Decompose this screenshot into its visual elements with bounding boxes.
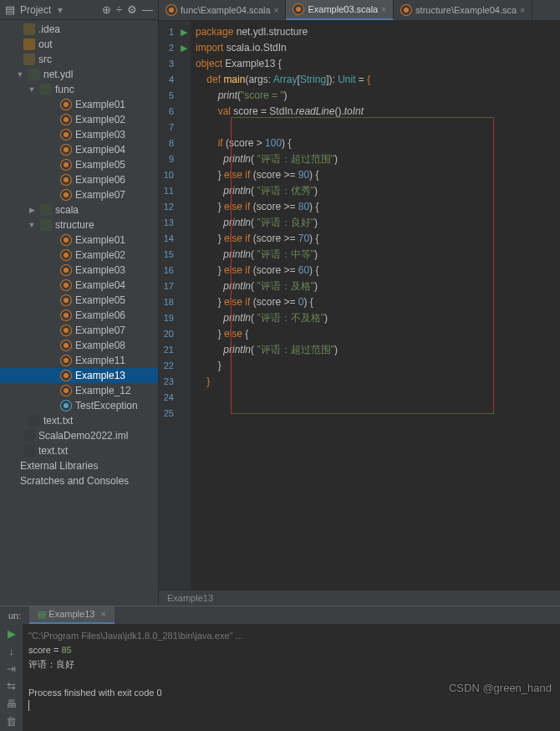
- scala-icon: [165, 4, 177, 16]
- tree-item-text.txt[interactable]: text.txt: [0, 413, 158, 428]
- tree-item-External Libraries[interactable]: External Libraries: [0, 458, 158, 473]
- code-line[interactable]: if (score > 100) {: [196, 135, 555, 151]
- tree-item-.idea[interactable]: .idea: [0, 22, 158, 37]
- package-icon: [28, 69, 40, 80]
- tree-item-structure[interactable]: ▼structure: [0, 217, 158, 233]
- code-line[interactable]: println( "评语：及格"): [196, 279, 555, 294]
- tree-item-Example08[interactable]: Example08: [0, 338, 158, 353]
- run-panel: un: ▤ Example13 × ▶ ↓ ⇥ ⇆ 🖶 🗑 "C:\Progra…: [0, 606, 560, 731]
- scala-icon: [60, 279, 72, 291]
- code-line[interactable]: } else if (score >= 60) {: [196, 263, 555, 279]
- code-line[interactable]: def main(args: Array[String]): Unit = {: [196, 72, 555, 88]
- scala-icon: [60, 114, 72, 125]
- run-tool-label[interactable]: un:: [0, 608, 29, 623]
- rerun-icon[interactable]: ▶: [8, 627, 16, 640]
- tree-item-Example04[interactable]: Example04: [0, 278, 158, 293]
- code-line[interactable]: import scala.io.StdIn: [196, 40, 555, 56]
- tree-item-Example05[interactable]: Example05: [0, 293, 158, 308]
- code-line[interactable]: package net.ydl.structure: [196, 24, 555, 40]
- file-icon: [23, 445, 35, 457]
- code-line[interactable]: println( "评语：超过范围"): [196, 151, 555, 167]
- tree-item-Example05[interactable]: Example05: [0, 157, 158, 172]
- tree-item-ScalaDemo2022.iml[interactable]: ScalaDemo2022.iml: [0, 428, 158, 443]
- tree-item-Example07[interactable]: Example07: [0, 323, 158, 338]
- code-line[interactable]: } else if (score >= 0) {: [196, 294, 555, 310]
- step-icon[interactable]: ⇥: [7, 662, 16, 675]
- scala-icon: [60, 340, 72, 351]
- tree-item-net.ydl[interactable]: ▼net.ydl: [0, 67, 158, 82]
- tree-item-Example04[interactable]: Example04: [0, 142, 158, 157]
- stop-icon[interactable]: ↓: [8, 645, 14, 657]
- tree-item-Example13[interactable]: Example13: [0, 368, 158, 383]
- code-line[interactable]: }: [196, 374, 555, 390]
- tree-item-Example02[interactable]: Example02: [0, 112, 158, 127]
- file-icon: [28, 415, 40, 427]
- code-line[interactable]: [196, 406, 555, 422]
- tree-item-Example06[interactable]: Example06: [0, 308, 158, 323]
- tree-item-Example03[interactable]: Example03: [0, 263, 158, 278]
- close-icon[interactable]: ×: [381, 5, 386, 14]
- close-icon[interactable]: ×: [274, 6, 279, 15]
- code-line[interactable]: } else if (score >= 80) {: [196, 199, 555, 215]
- code-line[interactable]: println( "评语：优秀"): [196, 183, 555, 199]
- watermark: CSDN @green_hand: [449, 682, 552, 694]
- package-icon: [40, 219, 52, 231]
- scala-icon: [60, 144, 72, 156]
- wrap-icon[interactable]: ⇆: [7, 680, 16, 693]
- code-line[interactable]: object Example13 {: [196, 56, 555, 72]
- breadcrumb[interactable]: Example13: [159, 590, 560, 606]
- tree-item-Example_12[interactable]: Example_12: [0, 383, 158, 398]
- code-line[interactable]: println( "评语：良好"): [196, 215, 555, 231]
- target-icon[interactable]: ⊕: [102, 3, 111, 16]
- tree-item-Example06[interactable]: Example06: [0, 172, 158, 187]
- code-line[interactable]: print("score = "): [196, 88, 555, 104]
- gear-icon[interactable]: ⚙: [127, 3, 137, 16]
- scala-icon: [60, 174, 72, 186]
- tree-item-Scratches and Consoles[interactable]: Scratches and Consoles: [0, 473, 158, 488]
- tree-item-Example07[interactable]: Example07: [0, 187, 158, 202]
- code-line[interactable]: } else if (score >= 90) {: [196, 167, 555, 183]
- console-output[interactable]: "C:\Program Files\Java\jdk1.8.0_281\bin\…: [23, 624, 560, 731]
- editor-tab[interactable]: func\Example04.scala×: [159, 0, 286, 20]
- hide-icon[interactable]: —: [142, 3, 153, 16]
- editor-tab[interactable]: structure\Example04.sca×: [394, 0, 532, 20]
- code-line[interactable]: }: [196, 358, 555, 374]
- run-tab[interactable]: ▤ Example13 ×: [29, 606, 115, 624]
- tree-item-func[interactable]: ▼func: [0, 82, 158, 97]
- project-sidebar: ▤ Project ▾ ⊕ ÷ ⚙ — .ideaoutsrc▼net.ydl▼…: [0, 0, 159, 606]
- code-line[interactable]: println( "评语：超过范围"): [196, 342, 555, 358]
- tree-item-Example01[interactable]: Example01: [0, 233, 158, 248]
- tree-item-TestException[interactable]: TestException: [0, 398, 158, 413]
- scala-icon: [60, 249, 72, 261]
- project-tree[interactable]: .ideaoutsrc▼net.ydl▼funcExample01Example…: [0, 20, 158, 606]
- code-line[interactable]: println( "评语：不及格"): [196, 310, 555, 326]
- tree-item-out[interactable]: out: [0, 37, 158, 52]
- file-icon: [23, 430, 35, 442]
- code-line[interactable]: } else if (score >= 70) {: [196, 231, 555, 247]
- tree-item-Example01[interactable]: Example01: [0, 97, 158, 112]
- code-line[interactable]: } else {: [196, 326, 555, 342]
- folder-icon: [23, 23, 35, 35]
- close-icon[interactable]: ×: [520, 6, 525, 15]
- editor-tab[interactable]: Example03.scala×: [286, 0, 394, 20]
- tree-item-text.txt[interactable]: text.txt: [0, 443, 158, 458]
- tree-item-scala[interactable]: ▶scala: [0, 202, 158, 217]
- sidebar-title: Project: [20, 4, 51, 16]
- tree-item-src[interactable]: src: [0, 52, 158, 67]
- console-toolbar: ▶ ↓ ⇥ ⇆ 🖶 🗑: [0, 624, 23, 731]
- collapse-icon[interactable]: ÷: [116, 3, 122, 16]
- code-line[interactable]: [196, 390, 555, 406]
- tree-item-Example02[interactable]: Example02: [0, 248, 158, 263]
- tree-item-Example11[interactable]: Example11: [0, 353, 158, 368]
- code-line[interactable]: println( "评语：中等"): [196, 247, 555, 263]
- editor-tabs: func\Example04.scala×Example03.scala×str…: [159, 0, 560, 21]
- sidebar-header: ▤ Project ▾ ⊕ ÷ ⚙ —: [0, 0, 158, 20]
- code-line[interactable]: [196, 120, 555, 135]
- tree-item-Example03[interactable]: Example03: [0, 127, 158, 142]
- code-editor[interactable]: 1234567891011121314151617181920212223242…: [159, 21, 560, 590]
- print-icon[interactable]: 🖶: [6, 698, 17, 710]
- scala-icon: [293, 3, 304, 15]
- code-line[interactable]: val score = StdIn.readLine().toInt: [196, 104, 555, 120]
- trash-icon[interactable]: 🗑: [6, 715, 17, 728]
- scala-icon: [60, 385, 72, 396]
